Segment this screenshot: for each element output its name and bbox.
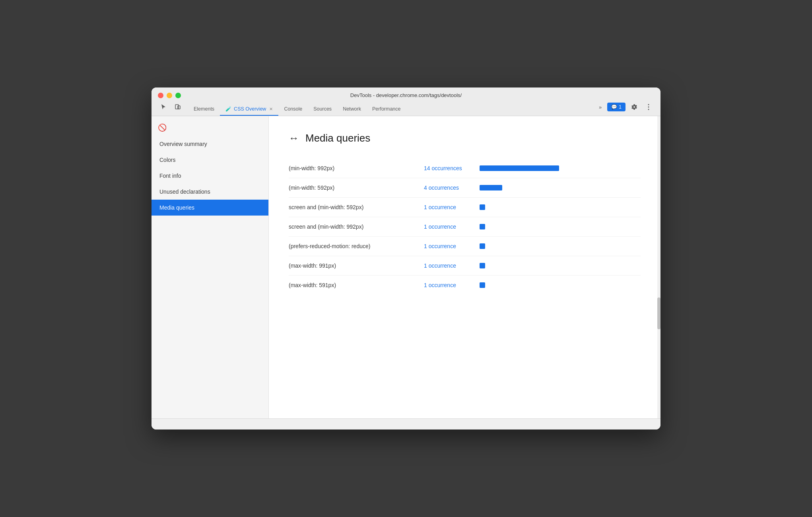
section-header: ↔ Media queries <box>289 132 641 144</box>
panel-inner: ↔ Media queries (min-width: 992px)14 occ… <box>269 116 660 311</box>
media-query-bar <box>480 204 485 210</box>
tab-elements[interactable]: Elements <box>188 103 220 116</box>
media-query-bar-container <box>480 165 559 171</box>
media-query-occurrence[interactable]: 14 occurrences <box>424 165 480 171</box>
device-icon[interactable] <box>172 101 183 113</box>
media-queries-icon: ↔ <box>289 132 299 144</box>
media-query-occurrence[interactable]: 1 occurrence <box>424 262 480 269</box>
svg-point-3 <box>648 107 649 108</box>
settings-button[interactable] <box>629 101 640 113</box>
more-tabs-button[interactable]: » <box>596 103 604 112</box>
main-content: 🚫 Overview summary Colors Font info Unus… <box>152 116 660 418</box>
tab-sources[interactable]: Sources <box>308 103 337 116</box>
media-query-bar-container <box>480 263 485 268</box>
media-query-row: (max-width: 591px)1 occurrence <box>289 276 641 295</box>
media-query-bar <box>480 165 559 171</box>
sidebar-item-font-info[interactable]: Font info <box>152 168 268 184</box>
media-query-occurrence[interactable]: 1 occurrence <box>424 243 480 249</box>
more-options-button[interactable] <box>643 101 654 113</box>
media-query-bar-container <box>480 224 485 229</box>
svg-point-4 <box>648 109 649 110</box>
scrollbar-thumb[interactable] <box>657 297 660 329</box>
media-query-row: screen and (min-width: 592px)1 occurrenc… <box>289 198 641 217</box>
media-queries-list: (min-width: 992px)14 occurrences(min-wid… <box>289 159 641 295</box>
sidebar: 🚫 Overview summary Colors Font info Unus… <box>152 116 269 418</box>
feedback-button[interactable]: 💬 1 <box>607 103 626 111</box>
tab-performance[interactable]: Performance <box>367 103 406 116</box>
tabs-row: Elements 🧪 CSS Overview ✕ Console Source… <box>158 101 654 116</box>
media-query-bar <box>480 282 485 288</box>
minimize-button[interactable] <box>167 93 172 98</box>
tabs-right-controls: » 💬 1 <box>596 101 654 116</box>
media-query-row: (min-width: 992px)14 occurrences <box>289 159 641 178</box>
media-query-occurrence[interactable]: 1 occurrence <box>424 224 480 230</box>
media-query-occurrence[interactable]: 1 occurrence <box>424 204 480 210</box>
traffic-lights <box>158 93 181 98</box>
media-query-text: screen and (min-width: 592px) <box>289 204 424 210</box>
disabled-icon: 🚫 <box>152 119 268 136</box>
media-query-text: (min-width: 592px) <box>289 185 424 191</box>
media-query-text: screen and (min-width: 992px) <box>289 224 424 230</box>
media-query-bar <box>480 185 502 190</box>
tab-network[interactable]: Network <box>337 103 367 116</box>
title-bar: DevTools - developer.chrome.com/tags/dev… <box>152 87 660 116</box>
sidebar-item-unused-declarations[interactable]: Unused declarations <box>152 184 268 200</box>
sidebar-item-overview-summary[interactable]: Overview summary <box>152 136 268 152</box>
media-query-row: (max-width: 991px)1 occurrence <box>289 256 641 276</box>
media-query-text: (max-width: 991px) <box>289 262 424 269</box>
media-query-bar-container <box>480 185 502 190</box>
panel-content: ↔ Media queries (min-width: 992px)14 occ… <box>269 116 660 418</box>
cursor-icon[interactable] <box>158 101 169 113</box>
media-query-text: (prefers-reduced-motion: reduce) <box>289 243 424 249</box>
scrollbar-track[interactable] <box>657 116 660 418</box>
media-query-occurrence[interactable]: 1 occurrence <box>424 282 480 288</box>
beaker-icon: 🧪 <box>225 106 231 112</box>
devtools-window: DevTools - developer.chrome.com/tags/dev… <box>152 87 660 430</box>
svg-rect-0 <box>175 105 179 109</box>
media-query-bar-container <box>480 282 485 288</box>
section-title: Media queries <box>305 132 370 144</box>
svg-point-2 <box>648 104 649 105</box>
devtools-icons <box>158 101 188 116</box>
media-query-bar-container <box>480 243 485 249</box>
tab-css-overview[interactable]: 🧪 CSS Overview ✕ <box>220 103 278 116</box>
media-query-row: (min-width: 592px)4 occurrences <box>289 178 641 198</box>
window-title: DevTools - developer.chrome.com/tags/dev… <box>350 92 462 98</box>
tab-close-icon[interactable]: ✕ <box>269 107 273 112</box>
tab-console[interactable]: Console <box>278 103 308 116</box>
media-query-text: (max-width: 591px) <box>289 282 424 288</box>
media-query-occurrence[interactable]: 4 occurrences <box>424 185 480 191</box>
feedback-icon: 💬 <box>611 104 617 110</box>
media-query-bar <box>480 224 485 229</box>
status-bar <box>152 418 660 430</box>
sidebar-item-colors[interactable]: Colors <box>152 152 268 168</box>
media-query-bar-container <box>480 204 485 210</box>
media-query-bar <box>480 243 485 249</box>
maximize-button[interactable] <box>175 93 181 98</box>
media-query-bar <box>480 263 485 268</box>
media-query-row: screen and (min-width: 992px)1 occurrenc… <box>289 217 641 237</box>
media-query-row: (prefers-reduced-motion: reduce)1 occurr… <box>289 237 641 256</box>
sidebar-item-media-queries[interactable]: Media queries <box>152 200 268 216</box>
svg-rect-1 <box>178 106 180 109</box>
media-query-text: (min-width: 992px) <box>289 165 424 171</box>
close-button[interactable] <box>158 93 163 98</box>
